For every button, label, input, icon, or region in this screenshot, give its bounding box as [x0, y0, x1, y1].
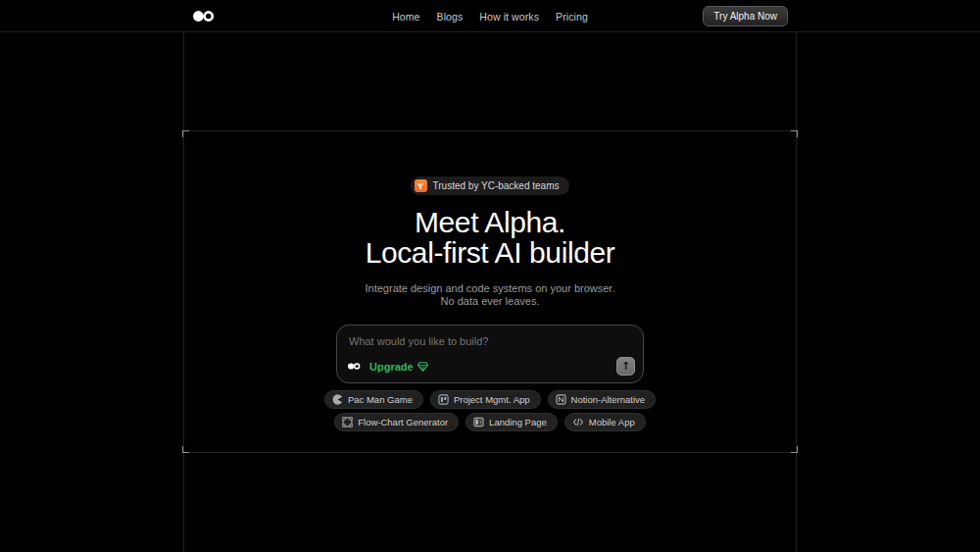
- nav-links: Home Blogs How it works Pricing: [0, 0, 980, 32]
- nav-link-blogs[interactable]: Blogs: [437, 11, 464, 23]
- chip-project-mgmt-app[interactable]: Project Mgmt. App: [430, 390, 541, 409]
- nav-link-home[interactable]: Home: [392, 11, 419, 23]
- nav-link-pricing[interactable]: Pricing: [556, 11, 588, 23]
- subtitle-line-1: Integrate design and code systems on you…: [366, 282, 615, 294]
- hero-frame: Y Trusted by YC-backed teams Meet Alpha.…: [183, 130, 797, 453]
- chip-label: Project Mgmt. App: [454, 394, 530, 405]
- chip-label: Pac Man Game: [348, 394, 413, 405]
- chip-row-2: Flow-Chart Generator Landing Page Mobile…: [334, 413, 646, 431]
- page-title: Meet Alpha. Local-first AI builder: [366, 207, 615, 268]
- chip-label: Notion-Alternative: [571, 394, 646, 405]
- upgrade-button[interactable]: Upgrade: [369, 361, 428, 373]
- chip-notion-alternative[interactable]: Notion-Alternative: [548, 390, 657, 409]
- yc-trust-badge: Y Trusted by YC-backed teams: [411, 176, 570, 195]
- chip-flow-chart-generator[interactable]: Flow-Chart Generator: [334, 413, 459, 431]
- page-subtitle: Integrate design and code systems on you…: [366, 282, 615, 308]
- chip-pac-man-game[interactable]: Pac Man Game: [324, 390, 423, 409]
- browser-icon: [473, 417, 484, 427]
- chip-label: Mobile App: [589, 417, 635, 427]
- badge-label: Trusted by YC-backed teams: [433, 180, 560, 191]
- chip-label: Flow-Chart Generator: [358, 417, 448, 427]
- prompt-toolbar: Upgrade ↑: [348, 357, 635, 376]
- infinity-mini-icon: [348, 362, 361, 371]
- gem-icon: [417, 362, 428, 372]
- try-alpha-now-button[interactable]: Try Alpha Now: [703, 6, 788, 26]
- subtitle-line-2: No data ever leaves.: [441, 295, 540, 307]
- top-nav: Home Blogs How it works Pricing Try Alph…: [0, 0, 980, 32]
- title-line-1: Meet Alpha.: [415, 206, 565, 238]
- notion-n-icon: [556, 394, 566, 405]
- chip-landing-page[interactable]: Landing Page: [466, 413, 558, 431]
- prompt-input[interactable]: [337, 326, 643, 357]
- yc-icon: Y: [415, 179, 427, 192]
- kanban-icon: [438, 394, 449, 405]
- frame-corner-bottom-right: [791, 446, 798, 453]
- hero-content: Y Trusted by YC-backed teams Meet Alpha.…: [183, 131, 797, 431]
- pacman-icon: [332, 394, 343, 405]
- frame-corner-bottom-left: [182, 446, 189, 453]
- prompt-box: Upgrade ↑: [336, 325, 644, 383]
- upgrade-label: Upgrade: [369, 361, 414, 373]
- title-line-2: Local-first AI builder: [366, 236, 615, 269]
- chip-mobile-app[interactable]: Mobile App: [564, 413, 646, 431]
- chip-row-1: Pac Man Game Project Mgmt. App Notion-Al…: [324, 390, 656, 409]
- frame-icon: [342, 417, 353, 427]
- nav-link-how-it-works[interactable]: How it works: [479, 11, 539, 23]
- code-icon: [572, 417, 584, 427]
- submit-prompt-button[interactable]: ↑: [616, 357, 635, 376]
- chip-label: Landing Page: [489, 417, 547, 427]
